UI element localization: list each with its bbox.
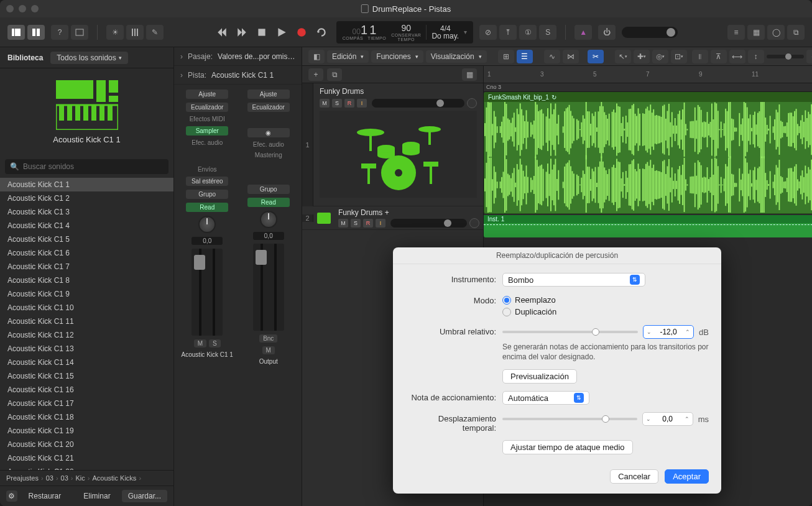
chevron-up-icon[interactable]: ⌃ xyxy=(681,413,693,425)
automation-slot[interactable]: Read xyxy=(247,198,290,207)
track-volume-slider[interactable] xyxy=(390,219,467,228)
delete-button[interactable]: Eliminar xyxy=(77,490,116,502)
stereo-slot[interactable]: ◉ xyxy=(247,128,290,137)
list-item[interactable]: Acoustic Kick C1 5 xyxy=(0,232,173,246)
eq-slot[interactable]: Ecualizador xyxy=(186,103,228,112)
pan-value[interactable]: 0,0 xyxy=(191,237,223,245)
trigger-note-select[interactable]: Automática ⇅ xyxy=(502,391,589,405)
solo-button[interactable]: S xyxy=(539,25,556,40)
notes-button[interactable]: ▦ xyxy=(747,25,765,40)
group-slot[interactable]: Grupo xyxy=(247,185,290,194)
horizontal-auto-zoom-button[interactable]: ⟷ xyxy=(729,50,745,63)
mode-duplicate-radio[interactable]: Duplicación xyxy=(502,306,709,318)
list-item[interactable]: Acoustic Kick C1 10 xyxy=(0,301,173,315)
instrument-select[interactable]: Bombo ⇅ xyxy=(502,273,645,287)
track-header-2[interactable]: 2 Funky Drums + M S R I xyxy=(302,206,483,230)
mode-replace-radio[interactable]: Reemplazo xyxy=(502,294,709,306)
threshold-slider[interactable] xyxy=(502,331,638,333)
pointer-tool[interactable]: ↖▾ xyxy=(615,50,631,63)
track-record-button[interactable]: R xyxy=(344,99,354,108)
vertical-zoom-slider[interactable] xyxy=(767,55,804,58)
toolbar-button[interactable] xyxy=(71,25,88,40)
eq-slot[interactable]: Ecualizador xyxy=(247,103,290,112)
rewind-button[interactable] xyxy=(213,25,231,40)
cancel-button[interactable]: Cancelar xyxy=(610,469,658,484)
volume-fader[interactable] xyxy=(253,244,284,331)
browser-button[interactable]: ⧉ xyxy=(787,25,805,40)
search-input[interactable]: 🔍 xyxy=(5,159,168,174)
volume-fader[interactable] xyxy=(191,249,223,336)
list-item[interactable]: Acoustic Kick C1 14 xyxy=(0,356,173,369)
record-button[interactable] xyxy=(293,25,310,40)
chevron-down-icon[interactable]: ⌄ xyxy=(644,326,655,338)
list-item[interactable]: Acoustic Kick C1 20 xyxy=(0,438,173,451)
display-mode-button[interactable]: ☀ xyxy=(106,25,124,40)
list-item[interactable]: Acoustic Kick C1 11 xyxy=(0,315,173,328)
list-editors-button[interactable]: ≡ xyxy=(727,25,745,40)
chevron-down-icon[interactable]: ⌄ xyxy=(643,413,654,425)
mixer-button[interactable] xyxy=(126,25,144,40)
list-item[interactable]: Acoustic Kick C1 3 xyxy=(0,205,173,219)
loops-button[interactable]: ◯ xyxy=(767,25,785,40)
instrument-slot[interactable]: Sampler xyxy=(186,126,228,136)
list-item[interactable]: Acoustic Kick C1 16 xyxy=(0,383,173,397)
zoom-window-icon[interactable] xyxy=(31,5,39,12)
gear-icon[interactable]: ⚙ xyxy=(6,490,17,502)
stop-button[interactable] xyxy=(253,25,270,40)
list-item[interactable]: Acoustic Kick C1 17 xyxy=(0,397,173,410)
ok-button[interactable]: Aceptar xyxy=(665,469,709,484)
list-item[interactable]: Acoustic Kick C1 6 xyxy=(0,246,173,260)
track-mute-button[interactable]: M xyxy=(320,99,330,108)
library-filter-dropdown[interactable]: Todos los sonidos▾ xyxy=(50,52,127,64)
list-item[interactable]: Acoustic Kick C1 21 xyxy=(0,451,173,465)
drag-button[interactable]: ⊡▾ xyxy=(671,50,687,63)
output-slot[interactable]: Sal estéreo xyxy=(186,177,228,186)
solo-button[interactable]: S xyxy=(209,339,221,347)
mute-button[interactable]: M xyxy=(262,346,275,354)
view-menu[interactable]: Visualización xyxy=(426,50,487,63)
close-window-icon[interactable] xyxy=(6,5,14,12)
track-input-button[interactable]: I xyxy=(357,99,367,108)
bounce-button[interactable]: Bnc xyxy=(259,334,277,343)
waveform-zoom-button[interactable]: ⫴ xyxy=(692,50,708,63)
add-track-button[interactable]: + xyxy=(308,68,323,81)
list-item[interactable]: Acoustic Kick C1 7 xyxy=(0,260,173,274)
pan-knob[interactable] xyxy=(260,211,277,228)
list-item[interactable]: Acoustic Kick C1 15 xyxy=(0,369,173,383)
track-volume-slider[interactable] xyxy=(372,99,464,108)
vertical-zoom-button[interactable]: ⊼ xyxy=(711,50,727,63)
flex-button[interactable]: ⋈ xyxy=(563,50,579,63)
marker-lane[interactable]: Cno 3 xyxy=(484,83,812,92)
edit-button[interactable]: ✎ xyxy=(146,25,164,40)
list-item[interactable]: Acoustic Kick C1 2 xyxy=(0,191,173,205)
forward-button[interactable] xyxy=(233,25,251,40)
list-item[interactable]: Acoustic Kick C1 8 xyxy=(0,274,173,287)
track-record-button[interactable]: R xyxy=(363,219,373,228)
vzoom-button[interactable]: ↕ xyxy=(748,50,764,63)
help-button[interactable]: ? xyxy=(51,25,68,40)
pan-value[interactable]: 0,0 xyxy=(253,232,284,240)
threshold-spinner[interactable]: ⌄ ⌃ xyxy=(643,325,694,339)
list-item[interactable]: Acoustic Kick C1 4 xyxy=(0,219,173,232)
offset-slider[interactable] xyxy=(502,418,637,420)
offset-spinner[interactable]: ⌄ ⌃ xyxy=(642,412,693,426)
list-item[interactable]: Acoustic Kick C1 9 xyxy=(0,287,173,301)
list-item[interactable]: Acoustic Kick C1 22 xyxy=(0,465,173,470)
snap-button[interactable]: ◎▾ xyxy=(652,50,668,63)
dim-button[interactable]: ⏻ xyxy=(598,25,616,40)
track-solo-button[interactable]: S xyxy=(332,99,342,108)
master-volume-slider[interactable] xyxy=(622,27,678,38)
tuner-button[interactable]: ⤒ xyxy=(499,25,517,40)
setting-slot[interactable]: Ajuste xyxy=(186,90,228,99)
list-item[interactable]: Acoustic Kick C1 12 xyxy=(0,328,173,342)
local-inspector-button[interactable]: ◧ xyxy=(308,50,325,63)
list-item[interactable]: Acoustic Kick C1 18 xyxy=(0,410,173,424)
marquee-tool[interactable]: ✚▾ xyxy=(634,50,650,63)
track-input-button[interactable]: I xyxy=(376,219,385,228)
list-item[interactable]: Acoustic Kick C1 19 xyxy=(0,424,173,438)
duplicate-track-button[interactable]: ⧉ xyxy=(327,68,342,81)
replace-button[interactable]: ⊘ xyxy=(479,25,497,40)
count-in-button[interactable]: ① xyxy=(519,25,537,40)
sound-list[interactable]: Acoustic Kick C1 1Acoustic Kick C1 2Acou… xyxy=(0,178,173,470)
group-slot[interactable]: Grupo xyxy=(186,190,228,199)
